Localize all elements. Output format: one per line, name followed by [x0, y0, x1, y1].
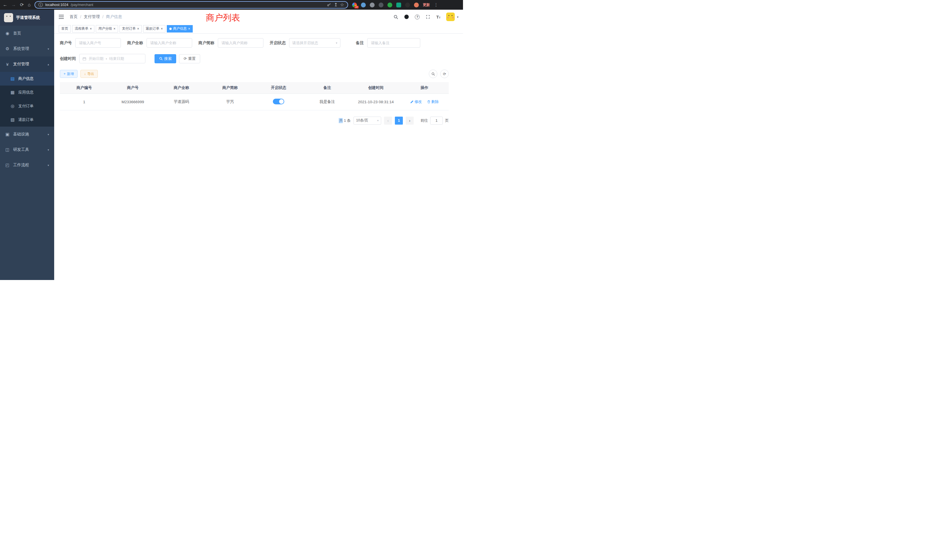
cell-full-name: 芋道源码: [157, 94, 206, 110]
tab-merchant-info[interactable]: 商户信息 ×: [167, 25, 193, 32]
close-icon[interactable]: ×: [161, 27, 163, 30]
close-icon[interactable]: ×: [188, 27, 190, 30]
start-date-placeholder: 开始日期: [89, 56, 103, 61]
document-icon: ▧: [10, 117, 15, 122]
fullscreen-icon[interactable]: [425, 14, 431, 20]
home-icon[interactable]: ⌂: [28, 3, 30, 7]
sidebar-item-label: 首页: [13, 31, 21, 36]
chrome-update-button[interactable]: 更新: [423, 3, 430, 8]
sidebar-item-refund-orders[interactable]: ▧ 退款订单: [0, 113, 54, 127]
share-icon[interactable]: ↥: [334, 3, 337, 7]
payment-submenu: ▤ 商户信息 ▦ 应用信息 ◎ 支付订单 ▧ 退款订单: [0, 72, 54, 127]
monitor-icon: ▣: [5, 132, 10, 137]
col-actions: 操作: [400, 82, 449, 94]
sidebar-item-label: 应用信息: [18, 90, 34, 95]
extension-dark-icon[interactable]: [378, 3, 383, 8]
merchant-full-name-label: 商户全称: [127, 41, 143, 45]
logo-avatar: [4, 13, 13, 22]
refresh-table-button[interactable]: ⟳: [440, 70, 449, 78]
browser-menu-icon[interactable]: ⋮: [434, 2, 438, 8]
edit-link[interactable]: 修改: [410, 99, 422, 104]
user-menu-caret-icon[interactable]: ▾: [457, 15, 458, 18]
breadcrumb-home[interactable]: 首页: [70, 14, 77, 20]
close-icon[interactable]: ×: [113, 27, 115, 30]
refresh-icon: ⟳: [184, 56, 187, 61]
sidebar-item-workflow[interactable]: ◰ 工作流程 ▾: [0, 157, 54, 173]
add-button[interactable]: + 新增: [60, 70, 77, 78]
goto-page-input[interactable]: [430, 117, 443, 125]
merchant-short-name-input[interactable]: [218, 38, 263, 48]
sidebar-item-system[interactable]: ⚙ 系统管理 ▾: [0, 41, 54, 56]
collapse-sidebar-icon[interactable]: [59, 15, 64, 19]
merchant-no-input[interactable]: [75, 38, 121, 48]
reset-button[interactable]: ⟳ 重置: [179, 54, 200, 63]
sidebar-item-pay-orders[interactable]: ◎ 支付订单: [0, 99, 54, 113]
password-key-icon[interactable]: [327, 2, 331, 8]
user-avatar[interactable]: [446, 12, 455, 21]
github-icon[interactable]: [404, 14, 409, 20]
merchant-short-name-label: 商户简称: [198, 41, 214, 45]
tags-view: 首页 流程表单 × 用户分组 × 支付订单 × 退款订单 × 商户信息 ×: [54, 24, 463, 34]
help-icon[interactable]: ?: [415, 15, 420, 20]
chevron-down-icon: ▾: [48, 148, 49, 151]
back-icon[interactable]: ←: [3, 3, 8, 7]
close-icon[interactable]: ×: [90, 27, 92, 30]
toggle-search-button[interactable]: [429, 70, 437, 78]
profile-avatar-icon[interactable]: [414, 3, 419, 8]
chevron-down-icon: ▾: [48, 163, 49, 167]
sidebar-item-merchant-info[interactable]: ▤ 商户信息: [0, 72, 54, 86]
next-page-button[interactable]: ›: [406, 117, 414, 125]
search-icon[interactable]: [393, 14, 398, 20]
extension-drop-icon[interactable]: [361, 3, 366, 8]
card-icon: ▤: [10, 76, 15, 81]
chevron-down-icon: ▾: [48, 47, 49, 50]
toolbox-icon: ◫: [5, 147, 10, 152]
tab-pay-orders[interactable]: 支付订单 ×: [120, 25, 142, 32]
sidebar-item-app-info[interactable]: ▦ 应用信息: [0, 86, 54, 99]
sidebar-item-dev-tools[interactable]: ◫ 研发工具 ▾: [0, 142, 54, 157]
refresh-icon: ⟳: [443, 72, 446, 76]
prev-page-button[interactable]: ‹: [384, 117, 392, 125]
tab-user-group[interactable]: 用户分组 ×: [96, 25, 118, 32]
remark-input[interactable]: [367, 38, 420, 48]
create-time-label: 创建时间: [60, 56, 76, 61]
extension-green-square-icon[interactable]: [396, 3, 401, 8]
col-short-name: 商户简称: [206, 82, 254, 94]
export-button[interactable]: ↓ 导出: [80, 70, 98, 78]
chevron-up-icon: ▴: [48, 63, 49, 66]
tab-home[interactable]: 首页: [59, 25, 71, 32]
tab-process-form[interactable]: 流程表单 ×: [72, 25, 94, 32]
table-row: 1 M233666999 芋道源码 芋艿 我是备注 2021-10-23 08:…: [60, 94, 449, 110]
sidebar-item-label: 退款订单: [18, 117, 34, 122]
extension-black-icon[interactable]: [405, 3, 410, 8]
page-unit-label: 页: [445, 118, 449, 123]
sidebar-item-infrastructure[interactable]: ▣ 基础设施 ▾: [0, 127, 54, 142]
font-size-icon[interactable]: TT: [436, 15, 440, 20]
search-icon: [159, 57, 163, 61]
page-1-button[interactable]: 1: [395, 117, 403, 125]
close-icon[interactable]: ×: [137, 27, 139, 30]
extension-gray-icon[interactable]: [370, 3, 375, 8]
reload-icon[interactable]: ⟳: [20, 3, 24, 7]
col-full-name: 商户全称: [157, 82, 206, 94]
extension-pinwheel-icon[interactable]: 10: [352, 3, 357, 8]
tab-refund-orders[interactable]: 退款订单 ×: [143, 25, 165, 32]
logo[interactable]: 芋道管理系统: [0, 10, 54, 26]
site-info-icon[interactable]: ⓘ: [38, 3, 43, 7]
status-toggle[interactable]: [273, 98, 284, 104]
page-size-select[interactable]: 10条/页 ▾: [354, 117, 381, 125]
delete-link[interactable]: 删除: [427, 99, 439, 104]
grid-icon: ▦: [10, 90, 15, 95]
forward-icon[interactable]: →: [11, 3, 16, 7]
sidebar-item-payment[interactable]: ¥ 支付管理 ▴: [0, 56, 54, 72]
breadcrumb-payment[interactable]: 支付管理: [84, 14, 100, 20]
status-select[interactable]: 请选择开启状态 ▾: [289, 38, 340, 48]
bookmark-star-icon[interactable]: ☆: [340, 3, 344, 7]
create-time-range-picker[interactable]: 开始日期 - 结束日期: [79, 54, 145, 63]
address-bar[interactable]: ⓘ localhost:1024 /pay/merchant ↥ ☆: [35, 1, 348, 9]
extension-green-circle-icon[interactable]: [387, 3, 392, 8]
search-button[interactable]: 搜索: [154, 54, 176, 63]
chevron-down-icon: ▾: [377, 119, 378, 122]
sidebar-item-home[interactable]: ◉ 首页: [0, 26, 54, 41]
merchant-full-name-input[interactable]: [147, 38, 192, 48]
